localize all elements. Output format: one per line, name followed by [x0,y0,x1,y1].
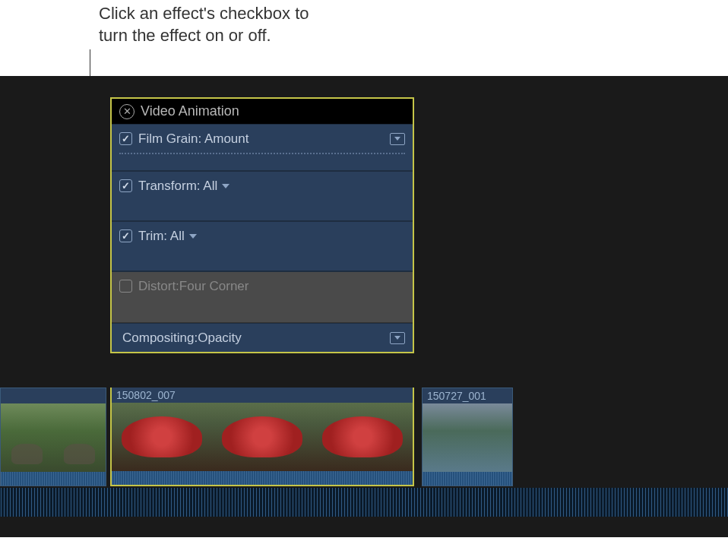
clip-name-label: 150727_001 [423,388,512,403]
effect-label: Compositing:Opacity [119,331,390,346]
clip-thumbnails [112,403,413,471]
dropdown-icon[interactable] [390,133,405,145]
thumbnail [53,403,106,472]
effect-checkbox[interactable] [119,179,132,192]
effect-keyframe-area[interactable] [112,153,413,171]
effect-row-transform: Transform: All [112,171,413,200]
audio-track[interactable] [423,472,512,486]
effect-checkbox[interactable] [119,132,132,145]
chevron-down-icon[interactable] [222,184,229,188]
effect-label: Film Grain: Amount [138,131,390,147]
waveform [0,488,728,517]
effect-keyframe-area[interactable] [112,250,413,271]
close-icon[interactable]: ✕ [119,104,135,119]
effect-label: Distort:Four Corner [138,279,405,294]
clip-name-label: 150802_007 [112,388,413,403]
thumbnail [423,403,512,472]
timeline-clip-selected[interactable]: 150802_007 [110,388,414,486]
callout-checkbox-hint: Click an effect's checkbox to turn the e… [99,3,312,46]
audio-track[interactable] [1,472,106,486]
thumbnail [212,403,312,471]
effect-row-compositing: Compositing:Opacity [112,323,413,352]
clip-name-label [1,388,106,403]
effect-row-film-grain: Film Grain: Amount [112,124,413,153]
timeline-clip[interactable] [0,388,106,486]
timeline-clip[interactable]: 150727_001 [422,388,513,486]
waveform [112,471,413,485]
thumbnail [312,403,413,471]
timeline-waveform[interactable] [0,488,728,517]
audio-track[interactable] [110,471,414,485]
effect-label: Transform: All [138,179,405,194]
panel-title: Video Animation [141,103,239,119]
effect-checkbox[interactable] [119,229,132,242]
effect-row-distort: Distort:Four Corner [112,271,413,300]
thumbnail [1,403,53,472]
video-animation-panel: ✕ Video Animation Film Grain: Amount Tra… [110,97,414,353]
timeline: 150802_007 150727_001 [0,388,728,517]
effect-label: Trim: All [138,229,405,244]
effect-keyframe-area[interactable] [112,300,413,323]
waveform [423,472,512,486]
chevron-down-icon[interactable] [189,234,197,239]
waveform [1,472,106,486]
thumbnail [112,403,212,471]
effect-row-trim: Trim: All [112,221,413,250]
effect-checkbox[interactable] [119,280,132,293]
clip-thumbnails [423,403,512,472]
panel-header: ✕ Video Animation [112,99,413,124]
clip-thumbnails [1,403,106,472]
dropdown-icon[interactable] [390,332,405,344]
effect-keyframe-area[interactable] [112,200,413,221]
